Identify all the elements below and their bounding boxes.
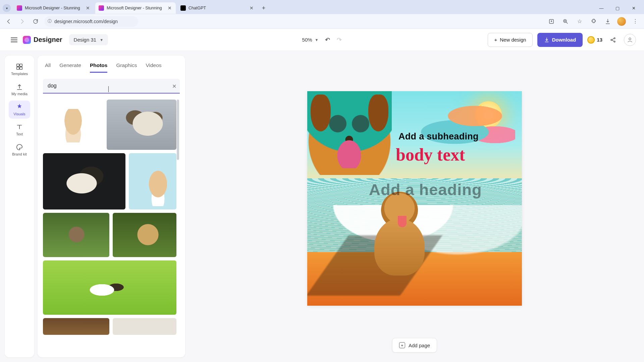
window-controls: ― ▢ ✕ xyxy=(594,2,641,14)
design-name-dropdown[interactable]: Design 31 ▼ xyxy=(69,34,108,45)
tab-title: ChatGPT xyxy=(189,6,246,10)
svg-rect-7 xyxy=(20,64,22,66)
rail-my-media[interactable]: My media xyxy=(9,80,30,99)
svg-rect-9 xyxy=(20,67,22,69)
maximize-button[interactable]: ▢ xyxy=(610,2,625,14)
search-input[interactable] xyxy=(43,79,180,94)
download-button[interactable]: Download xyxy=(537,33,583,47)
rail-visuals[interactable]: Visuals xyxy=(9,101,30,119)
canvas-image-dog-body[interactable] xyxy=(364,192,431,279)
canvas-subheading-text[interactable]: Add a subheading xyxy=(398,131,479,142)
tab-title: Microsoft Designer - Stunning xyxy=(25,6,83,10)
photo-thumbnail[interactable] xyxy=(43,318,109,335)
menu-button[interactable] xyxy=(8,34,20,46)
canvas-image-dog-face[interactable] xyxy=(307,91,392,175)
tab-strip: ▾ Microsoft Designer - Stunning ✕ Micros… xyxy=(0,0,644,14)
tab-generate[interactable]: Generate xyxy=(59,62,81,73)
add-page-button[interactable]: + Add page xyxy=(392,338,437,353)
header-center: 50% ▼ ↶ ↷ xyxy=(302,36,342,44)
rail-label: Visuals xyxy=(13,112,25,116)
photo-thumbnail[interactable] xyxy=(113,318,176,335)
photo-thumbnail[interactable] xyxy=(43,100,103,150)
close-tab-icon[interactable]: ✕ xyxy=(167,5,172,11)
panel-tabs: All Generate Photos Graphics Videos xyxy=(43,62,180,73)
credits-value: 13 xyxy=(597,37,602,43)
design-name: Design 31 xyxy=(74,37,97,43)
profile-avatar[interactable] xyxy=(617,17,626,26)
visuals-panel: All Generate Photos Graphics Videos ✕ xyxy=(38,56,185,357)
rail-brand-kit[interactable]: Brand kit xyxy=(9,141,30,159)
search-wrap: ✕ xyxy=(43,79,180,94)
svg-point-4 xyxy=(614,41,615,42)
photo-thumbnail[interactable] xyxy=(43,260,176,315)
app-header: Designer Design 31 ▼ 50% ▼ ↶ ↷ + New des… xyxy=(0,29,644,51)
tab-all[interactable]: All xyxy=(45,62,51,73)
new-design-button[interactable]: + New design xyxy=(488,33,532,47)
new-tab-button[interactable]: + xyxy=(259,3,268,13)
close-tab-icon[interactable]: ✕ xyxy=(249,5,254,11)
install-app-icon[interactable] xyxy=(547,17,556,26)
text-icon xyxy=(16,123,23,131)
close-tab-icon[interactable]: ✕ xyxy=(85,5,91,11)
tab-search-dropdown[interactable]: ▾ xyxy=(3,4,11,12)
browser-menu-icon[interactable]: ⋮ xyxy=(631,17,640,26)
rail-label: Templates xyxy=(11,72,28,76)
address-row: ⓘ designer.microsoft.com/design ☆ ⋮ xyxy=(0,14,644,29)
address-bar[interactable]: ⓘ designer.microsoft.com/design xyxy=(44,16,138,27)
chatgpt-favicon xyxy=(180,5,186,11)
share-icon[interactable] xyxy=(607,34,619,46)
svg-point-3 xyxy=(614,38,615,39)
templates-icon xyxy=(16,63,23,70)
brand[interactable]: Designer xyxy=(23,36,62,44)
account-button[interactable] xyxy=(624,34,636,46)
new-design-label: New design xyxy=(500,37,526,43)
url-text: designer.microsoft.com/design xyxy=(54,19,118,24)
site-info-icon[interactable]: ⓘ xyxy=(48,18,52,24)
extensions-icon[interactable] xyxy=(589,17,598,26)
back-button[interactable] xyxy=(4,17,13,26)
upload-icon xyxy=(16,83,23,90)
browser-tab[interactable]: ChatGPT ✕ xyxy=(177,2,258,14)
download-icon xyxy=(544,37,549,43)
rail-templates[interactable]: Templates xyxy=(9,60,30,78)
rail-text[interactable]: Text xyxy=(9,121,30,139)
photo-thumbnail[interactable] xyxy=(129,153,176,209)
browser-tab[interactable]: Microsoft Designer - Stunning ✕ xyxy=(95,2,176,14)
photo-thumbnail[interactable] xyxy=(43,213,109,257)
clear-search-icon[interactable]: ✕ xyxy=(172,83,176,89)
credits-indicator[interactable]: 13 xyxy=(587,36,602,44)
tab-photos[interactable]: Photos xyxy=(90,62,108,73)
tab-videos[interactable]: Videos xyxy=(146,62,161,73)
canvas-body-text[interactable]: body text xyxy=(396,145,465,165)
rail-label: My media xyxy=(11,92,28,96)
tab-graphics[interactable]: Graphics xyxy=(116,62,137,73)
photo-thumbnail[interactable] xyxy=(113,213,176,257)
canvas-area[interactable]: Add a subheading body text Add a heading… xyxy=(185,51,644,362)
designer-favicon xyxy=(17,5,22,11)
redo-button[interactable]: ↷ xyxy=(337,36,342,44)
zoom-value: 50% xyxy=(302,37,312,43)
downloads-icon[interactable] xyxy=(603,17,612,26)
photo-thumbnail[interactable] xyxy=(107,100,176,150)
zoom-icon[interactable] xyxy=(561,17,570,26)
minimize-button[interactable]: ― xyxy=(594,2,609,14)
rail-label: Brand kit xyxy=(12,152,26,156)
zoom-dropdown[interactable]: 50% ▼ xyxy=(302,37,319,43)
browser-chrome: ▾ Microsoft Designer - Stunning ✕ Micros… xyxy=(0,0,644,29)
workspace: Templates My media Visuals Text Brand ki… xyxy=(0,51,644,362)
browser-tab[interactable]: Microsoft Designer - Stunning ✕ xyxy=(13,2,94,14)
chevron-down-icon: ▼ xyxy=(315,38,319,42)
svg-rect-6 xyxy=(17,64,19,66)
close-window-button[interactable]: ✕ xyxy=(626,2,641,14)
reload-button[interactable] xyxy=(31,17,40,26)
bookmark-icon[interactable]: ☆ xyxy=(575,17,584,26)
undo-button[interactable]: ↶ xyxy=(325,36,330,44)
forward-button[interactable] xyxy=(17,17,27,26)
scrollbar-thumb[interactable] xyxy=(177,100,179,160)
photo-thumbnail[interactable] xyxy=(43,153,125,209)
designer-logo-icon xyxy=(23,36,31,44)
design-canvas[interactable]: Add a subheading body text Add a heading xyxy=(307,91,522,306)
coin-icon xyxy=(587,36,595,44)
brand-name: Designer xyxy=(34,36,62,44)
canvas-heading-text[interactable]: Add a heading xyxy=(369,180,482,199)
